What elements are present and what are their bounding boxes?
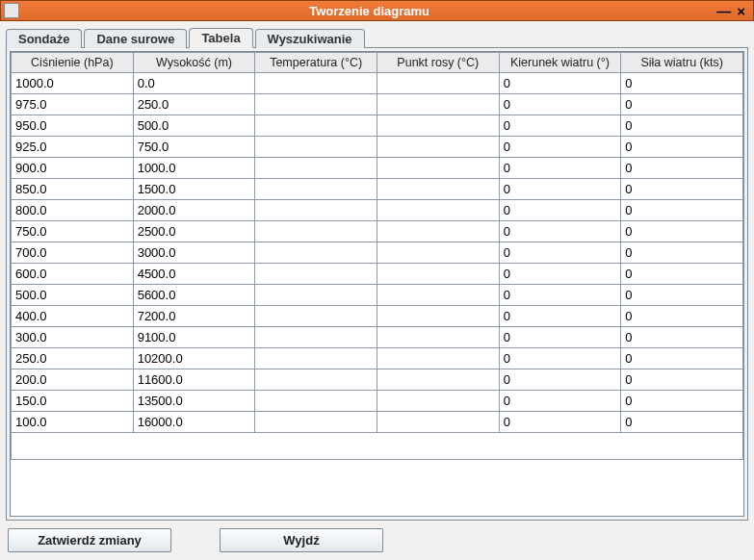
cell-height[interactable]: 750.0: [133, 137, 255, 158]
cell-dewpoint[interactable]: [377, 179, 499, 200]
cell-height[interactable]: 3000.0: [133, 242, 255, 264]
cell-temperature[interactable]: [255, 94, 377, 115]
col-temperature[interactable]: Temperatura (°C): [255, 53, 377, 73]
cell-temperature[interactable]: [255, 264, 377, 285]
cell-winddir[interactable]: 0: [499, 285, 621, 306]
cell-temperature[interactable]: [255, 200, 377, 221]
cell-windspeed[interactable]: 0: [621, 391, 743, 412]
cell-temperature[interactable]: [255, 137, 377, 158]
cell-pressure[interactable]: 1000.0: [12, 73, 134, 94]
tab-tabela[interactable]: Tabela: [189, 28, 252, 48]
cell-dewpoint[interactable]: [377, 73, 499, 94]
cell-dewpoint[interactable]: [377, 327, 499, 348]
cell-dewpoint[interactable]: [377, 264, 499, 285]
cell-temperature[interactable]: [255, 242, 377, 264]
cell-height[interactable]: 7200.0: [133, 306, 255, 327]
cell-winddir[interactable]: 0: [499, 221, 621, 242]
cell-height[interactable]: 4500.0: [133, 264, 255, 285]
cell-dewpoint[interactable]: [377, 115, 499, 137]
cell-pressure[interactable]: 400.0: [12, 306, 134, 327]
cell-height[interactable]: 2500.0: [133, 221, 255, 242]
cell-pressure[interactable]: 250.0: [12, 348, 134, 369]
cell-height[interactable]: 16000.0: [133, 412, 255, 433]
cell-dewpoint[interactable]: [377, 94, 499, 115]
cell-windspeed[interactable]: 0: [621, 242, 743, 264]
cell-windspeed[interactable]: 0: [621, 264, 743, 285]
cell-height[interactable]: 1500.0: [133, 179, 255, 200]
cell-height[interactable]: 2000.0: [133, 200, 255, 221]
cell-dewpoint[interactable]: [377, 137, 499, 158]
cell-windspeed[interactable]: 0: [621, 348, 743, 369]
cell-windspeed[interactable]: 0: [621, 221, 743, 242]
cell-pressure[interactable]: 100.0: [12, 412, 134, 433]
cell-temperature[interactable]: [255, 369, 377, 391]
cell-windspeed[interactable]: 0: [621, 137, 743, 158]
cell-pressure[interactable]: 750.0: [12, 221, 134, 242]
cell-winddir[interactable]: 0: [499, 412, 621, 433]
cell-pressure[interactable]: 850.0: [12, 179, 134, 200]
cell-temperature[interactable]: [255, 115, 377, 137]
cell-windspeed[interactable]: 0: [621, 179, 743, 200]
cell-winddir[interactable]: 0: [499, 115, 621, 137]
cell-dewpoint[interactable]: [377, 391, 499, 412]
cell-windspeed[interactable]: 0: [621, 306, 743, 327]
col-height[interactable]: Wysokość (m): [133, 53, 255, 73]
col-windspeed[interactable]: Siła wiatru (kts): [621, 53, 743, 73]
col-pressure[interactable]: Ciśnienie (hPa): [12, 53, 134, 73]
cell-dewpoint[interactable]: [377, 158, 499, 179]
cell-temperature[interactable]: [255, 391, 377, 412]
cell-windspeed[interactable]: 0: [621, 115, 743, 137]
cell-winddir[interactable]: 0: [499, 200, 621, 221]
cell-winddir[interactable]: 0: [499, 306, 621, 327]
minimize-button[interactable]: —: [716, 3, 731, 19]
col-dewpoint[interactable]: Punkt rosy (°C): [377, 53, 499, 73]
cell-temperature[interactable]: [255, 221, 377, 242]
cell-pressure[interactable]: 500.0: [12, 285, 134, 306]
cell-temperature[interactable]: [255, 412, 377, 433]
cell-height[interactable]: 0.0: [133, 73, 255, 94]
cell-height[interactable]: 13500.0: [133, 391, 255, 412]
cell-dewpoint[interactable]: [377, 369, 499, 391]
cell-temperature[interactable]: [255, 327, 377, 348]
cell-windspeed[interactable]: 0: [621, 369, 743, 391]
cell-windspeed[interactable]: 0: [621, 94, 743, 115]
tab-sondaze[interactable]: Sondaże: [6, 29, 82, 48]
cell-dewpoint[interactable]: [377, 306, 499, 327]
cell-height[interactable]: 10200.0: [133, 348, 255, 369]
cell-winddir[interactable]: 0: [499, 369, 621, 391]
cell-winddir[interactable]: 0: [499, 327, 621, 348]
cell-height[interactable]: 250.0: [133, 94, 255, 115]
cell-winddir[interactable]: 0: [499, 94, 621, 115]
cell-winddir[interactable]: 0: [499, 158, 621, 179]
cell-height[interactable]: 11600.0: [133, 369, 255, 391]
cell-dewpoint[interactable]: [377, 412, 499, 433]
cell-windspeed[interactable]: 0: [621, 412, 743, 433]
cell-windspeed[interactable]: 0: [621, 200, 743, 221]
cell-pressure[interactable]: 700.0: [12, 242, 134, 264]
col-winddir[interactable]: Kierunek wiatru (°): [499, 53, 621, 73]
cell-pressure[interactable]: 925.0: [12, 137, 134, 158]
cell-pressure[interactable]: 800.0: [12, 200, 134, 221]
cell-dewpoint[interactable]: [377, 348, 499, 369]
cell-temperature[interactable]: [255, 73, 377, 94]
cell-windspeed[interactable]: 0: [621, 285, 743, 306]
close-button[interactable]: ×: [737, 3, 745, 19]
cell-height[interactable]: 500.0: [133, 115, 255, 137]
tab-wyszukiwanie[interactable]: Wyszukiwanie: [255, 29, 365, 48]
cell-pressure[interactable]: 200.0: [12, 369, 134, 391]
cell-windspeed[interactable]: 0: [621, 327, 743, 348]
cell-temperature[interactable]: [255, 285, 377, 306]
cell-temperature[interactable]: [255, 158, 377, 179]
cell-windspeed[interactable]: 0: [621, 158, 743, 179]
cell-winddir[interactable]: 0: [499, 179, 621, 200]
cell-pressure[interactable]: 300.0: [12, 327, 134, 348]
cell-winddir[interactable]: 0: [499, 137, 621, 158]
cell-pressure[interactable]: 975.0: [12, 94, 134, 115]
cell-temperature[interactable]: [255, 348, 377, 369]
cell-dewpoint[interactable]: [377, 200, 499, 221]
cell-height[interactable]: 5600.0: [133, 285, 255, 306]
tab-dane-surowe[interactable]: Dane surowe: [84, 29, 187, 48]
cell-dewpoint[interactable]: [377, 221, 499, 242]
exit-button[interactable]: Wyjdź: [220, 528, 383, 552]
cell-height[interactable]: 1000.0: [133, 158, 255, 179]
